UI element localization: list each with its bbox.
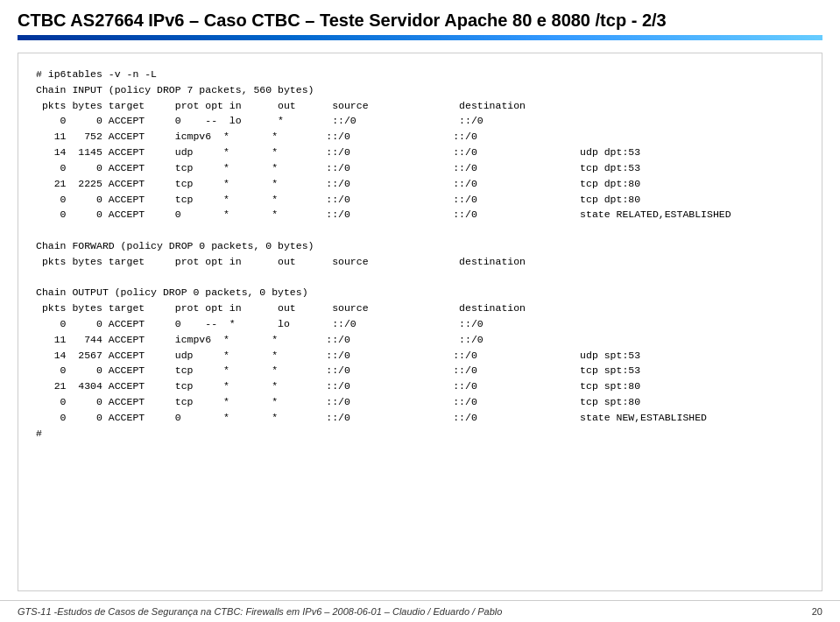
code-container: # ip6tables -v -n -L Chain INPUT (policy… — [18, 53, 822, 591]
header: CTBC AS27664 IPv6 – Caso CTBC – Teste Se… — [0, 0, 840, 44]
footer: GTS-11 -Estudos de Casos de Segurança na… — [0, 600, 840, 622]
footer-page-number: 20 — [812, 606, 822, 617]
header-bar — [18, 35, 822, 40]
footer-text: GTS-11 -Estudos de Casos de Segurança na… — [18, 606, 502, 617]
page-container: CTBC AS27664 IPv6 – Caso CTBC – Teste Se… — [0, 0, 840, 622]
page-title: CTBC AS27664 IPv6 – Caso CTBC – Teste Se… — [18, 9, 822, 32]
code-block: # ip6tables -v -n -L Chain INPUT (policy… — [36, 67, 804, 442]
main-content: # ip6tables -v -n -L Chain INPUT (policy… — [0, 44, 840, 600]
